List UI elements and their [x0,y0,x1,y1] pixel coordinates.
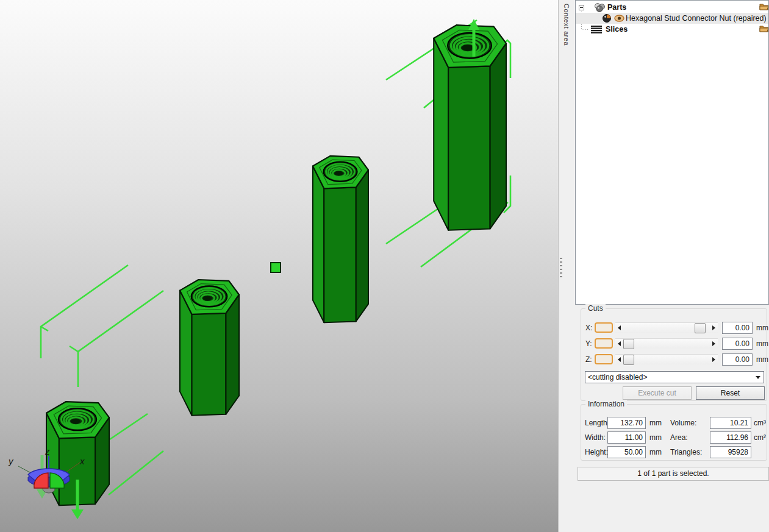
slider-right-arrow-icon[interactable] [712,341,715,346]
cut-z-slider[interactable] [615,354,718,364]
information-groupbox: Information Length: mm Volume: cm³ Width… [581,404,767,461]
height-unit: mm [649,448,662,456]
slider-right-arrow-icon[interactable] [712,325,715,330]
axis-label-x: x [79,456,85,466]
execute-cut-button[interactable]: Execute cut [623,386,692,400]
length-unit: mm [649,419,662,427]
cut-y-slider-thumb[interactable] [623,339,634,349]
width-unit: mm [649,433,662,442]
slices-icon [590,26,603,34]
height-label: Height: [585,448,608,456]
spheres-icon [594,2,605,12]
parts-tree[interactable]: Parts Hexagonal Stud Connector Nut (repa… [575,0,769,305]
panel-splitter-grip[interactable] [560,258,562,277]
cut-z-slider-thumb[interactable] [623,355,634,365]
hexagonal-nut-model[interactable] [313,156,368,322]
triangles-value[interactable] [710,446,751,458]
cut-x-label: X: [585,324,592,332]
right-panel: Parts Hexagonal Stud Connector Nut (repa… [575,0,769,532]
length-value[interactable] [607,417,646,429]
cut-x-toggle-button[interactable] [595,322,613,333]
height-value[interactable] [607,446,646,458]
scene-canvas: y z x [0,0,558,532]
selection-center-marker[interactable] [271,263,281,272]
tree-row-parts[interactable]: Parts [576,2,769,13]
context-area-label: Context area [563,4,570,46]
cuts-title: Cuts [585,304,606,313]
volume-unit: cm³ [754,419,766,427]
area-label: Area: [670,433,688,442]
collapse-expander-icon[interactable] [579,5,584,10]
tree-label-part-name[interactable]: Hexagonal Stud Connector Nut (repaired) … [626,14,769,23]
folder-icon[interactable] [759,2,769,10]
application-window: y z x Context area Parts [0,0,769,532]
tree-row-slices[interactable]: Slices [576,24,769,35]
axis-label-y: y [8,456,14,466]
volume-label: Volume: [670,419,696,427]
volume-value[interactable] [710,417,751,429]
length-label: Length: [585,419,609,427]
cut-z-label: Z: [585,355,592,364]
area-unit: cm² [754,433,766,442]
cut-x-value-input[interactable] [722,322,753,334]
cut-z-unit: mm [756,355,768,364]
cut-y-toggle-button[interactable] [595,338,613,349]
cutting-mode-selected: <cutting disabled> [588,373,647,381]
context-area-strip: Context area [558,0,575,532]
cut-x-slider[interactable] [615,322,718,333]
cut-y-value-input[interactable] [722,338,753,350]
tree-label-parts[interactable]: Parts [607,3,626,12]
triangles-label: Triangles: [670,448,702,456]
cuts-groupbox: Cuts X: mm Y: [581,308,767,401]
eye-icon[interactable] [614,15,624,22]
hexagonal-nut-model[interactable] [434,25,506,230]
tree-label-slices[interactable]: Slices [606,25,628,34]
slider-left-arrow-icon[interactable] [618,341,621,346]
cut-z-toggle-button[interactable] [595,354,613,364]
cut-z-value-input[interactable] [722,353,753,366]
slider-left-arrow-icon[interactable] [618,325,621,330]
slider-right-arrow-icon[interactable] [712,357,715,362]
sphere-half-icon [602,13,612,23]
tree-row-part-hexagonal-stud[interactable]: Hexagonal Stud Connector Nut (repaired) … [576,13,769,24]
cut-x-slider-thumb[interactable] [695,323,706,333]
slider-left-arrow-icon[interactable] [618,357,621,362]
folder-icon[interactable] [759,24,769,32]
hexagonal-nut-model[interactable] [180,280,239,416]
axis-label-z: z [45,446,50,456]
width-label: Width: [585,433,606,442]
cut-y-unit: mm [756,339,768,348]
area-value[interactable] [710,431,751,444]
cut-y-label: Y: [585,339,592,348]
selection-status-bar: 1 of 1 part is selected. [578,467,769,481]
viewport-3d[interactable]: y z x [0,0,558,532]
cutting-mode-dropdown[interactable]: <cutting disabled> [585,371,764,383]
chevron-down-icon [756,376,760,379]
information-title: Information [585,400,627,408]
cut-y-slider[interactable] [615,338,718,349]
width-value[interactable] [607,431,646,444]
cut-x-unit: mm [756,324,768,332]
reset-button[interactable]: Reset [696,386,765,400]
